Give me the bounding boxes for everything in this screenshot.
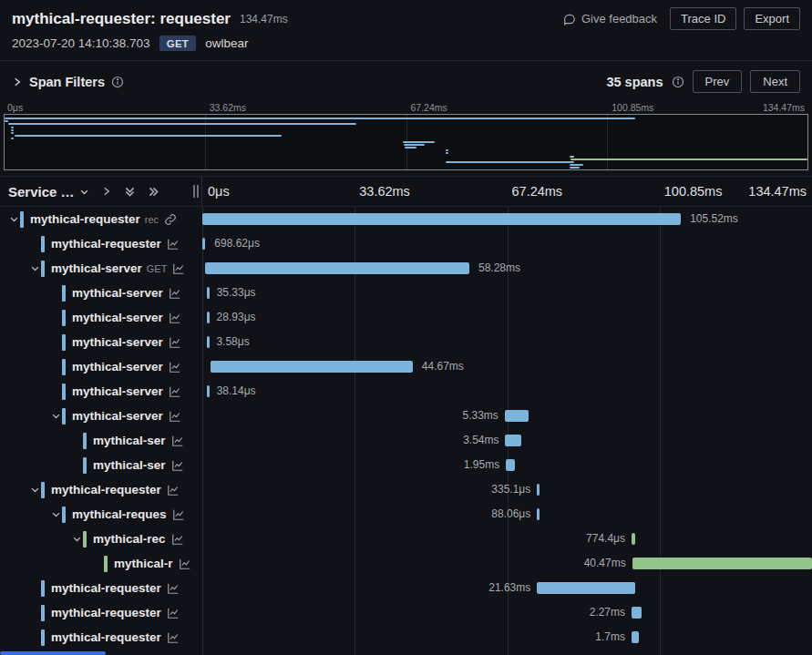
span-bar[interactable] <box>205 262 469 274</box>
minimap-canvas[interactable] <box>4 114 808 170</box>
span-row[interactable]: mythical-requester21.63ms <box>0 576 812 600</box>
span-duration-label: 774.4μs <box>586 527 625 551</box>
chart-icon[interactable] <box>169 410 181 423</box>
span-bar[interactable] <box>202 213 681 225</box>
chevron-down-icon[interactable] <box>49 509 62 519</box>
chart-icon[interactable] <box>172 262 185 275</box>
give-feedback-button[interactable]: Give feedback <box>558 11 663 26</box>
span-duration-label: 44.67ms <box>422 354 464 379</box>
span-row[interactable]: mythical-requester698.62μs <box>0 231 812 256</box>
service-color-strip <box>20 211 24 228</box>
span-bar[interactable] <box>211 361 413 373</box>
column-resize-handle[interactable] <box>193 185 199 198</box>
chart-icon[interactable] <box>169 336 181 349</box>
gridline <box>607 115 608 169</box>
chart-icon[interactable] <box>169 312 181 324</box>
trace-id-button[interactable]: Trace ID <box>670 7 736 30</box>
minimap-span <box>8 123 355 125</box>
info-icon <box>111 76 124 88</box>
service-name: mythical-ser <box>93 458 166 472</box>
chart-icon[interactable] <box>169 287 181 300</box>
chart-icon[interactable] <box>171 459 184 472</box>
span-bar[interactable] <box>207 336 210 348</box>
link-icon[interactable] <box>164 213 177 226</box>
span-bar[interactable] <box>505 410 529 422</box>
span-duration-label: 21.63ms <box>488 576 530 600</box>
chevron-down-icon[interactable] <box>49 411 62 421</box>
service-color-strip <box>41 482 45 498</box>
span-row[interactable]: mythical-server3.58μs <box>0 330 812 354</box>
next-button[interactable]: Next <box>750 70 800 93</box>
span-bar[interactable] <box>537 582 635 594</box>
span-row[interactable]: mythical-rec774.4μs <box>0 527 812 551</box>
service-name: mythical-ser <box>93 434 166 447</box>
span-duration-label: 698.62μs <box>214 231 260 256</box>
span-row[interactable]: mythical-server5.33ms <box>0 404 812 428</box>
span-row[interactable]: mythical-requesterrec105.52ms <box>0 207 812 231</box>
span-bar[interactable] <box>632 607 642 619</box>
span-row[interactable]: mythical-requester335.1μs <box>0 477 812 502</box>
span-bar[interactable] <box>207 385 210 397</box>
span-row[interactable]: mythical-server28.93μs <box>0 305 812 330</box>
span-bar[interactable] <box>207 287 210 299</box>
chevron-down-icon[interactable] <box>70 534 83 544</box>
chevron-down-icon[interactable] <box>7 214 20 224</box>
chevron-right-icon[interactable] <box>12 77 23 87</box>
span-bar[interactable] <box>207 312 210 323</box>
chart-icon[interactable] <box>167 484 180 496</box>
service-color-strip <box>62 334 66 351</box>
chart-icon[interactable] <box>169 385 181 398</box>
chevron-right-icon[interactable] <box>101 186 112 197</box>
span-duration-label: 5.33ms <box>462 404 498 428</box>
span-bar[interactable] <box>506 459 515 471</box>
chart-icon[interactable] <box>169 361 181 374</box>
service-color-strip <box>41 580 45 597</box>
chart-icon[interactable] <box>167 607 180 619</box>
chevron-down-icon[interactable] <box>28 263 41 273</box>
service-name: mythical-server <box>72 286 163 300</box>
chart-icon[interactable] <box>171 533 184 546</box>
trace-duration: 134.47ms <box>240 13 288 26</box>
span-row[interactable]: mythical-reques88.06μs <box>0 502 812 527</box>
span-duration-label: 38.14μs <box>217 379 256 404</box>
tick-label: 33.62ms <box>210 102 246 113</box>
expand-all-icon[interactable] <box>148 186 159 198</box>
span-row[interactable]: mythical-requester1.7ms <box>0 625 812 650</box>
span-row[interactable]: mythical-server38.14μs <box>0 379 812 404</box>
scrollbar-thumb[interactable] <box>0 651 106 655</box>
service-column-label: Service … <box>8 184 75 200</box>
span-bar[interactable] <box>632 631 639 643</box>
export-button[interactable]: Export <box>744 7 800 30</box>
span-bar[interactable] <box>537 508 540 520</box>
chart-icon[interactable] <box>167 582 180 595</box>
span-row[interactable]: mythical-serverGET58.28ms <box>0 256 812 281</box>
waterfall-header-left: Service … <box>0 177 202 206</box>
span-row[interactable]: mythical-r40.47ms <box>0 551 812 576</box>
chart-icon[interactable] <box>179 558 191 570</box>
span-bar[interactable] <box>632 533 635 545</box>
minimap-span <box>446 149 448 151</box>
span-row[interactable]: mythical-ser1.95ms <box>0 453 812 477</box>
service-name: mythical-requester <box>51 237 161 251</box>
span-row[interactable]: mythical-server35.33μs <box>0 281 812 305</box>
chevron-down-icon[interactable] <box>28 485 41 495</box>
span-bar[interactable] <box>202 238 205 250</box>
collapse-all-icon[interactable] <box>124 186 136 198</box>
minimap-span <box>11 127 14 128</box>
comment-icon <box>563 13 576 26</box>
chart-icon[interactable] <box>167 238 180 251</box>
span-filters-label[interactable]: Span Filters <box>29 75 105 89</box>
span-row[interactable]: mythical-requester2.27ms <box>0 600 812 625</box>
chart-icon[interactable] <box>167 631 180 644</box>
span-row[interactable]: mythical-server44.67ms <box>0 354 812 379</box>
span-bar[interactable] <box>632 558 812 569</box>
service-column-dropdown[interactable]: Service … <box>8 184 89 200</box>
chart-icon[interactable] <box>172 508 185 521</box>
span-bar[interactable] <box>505 435 521 446</box>
span-bar[interactable] <box>537 484 540 496</box>
waterfall-header: Service … 0μs33.62ms67.24ms100.85ms134.4… <box>0 177 812 207</box>
span-row[interactable]: mythical-ser3.54ms <box>0 428 812 453</box>
prev-button[interactable]: Prev <box>693 70 743 93</box>
tick-label: 0μs <box>7 102 23 113</box>
chart-icon[interactable] <box>171 435 184 447</box>
